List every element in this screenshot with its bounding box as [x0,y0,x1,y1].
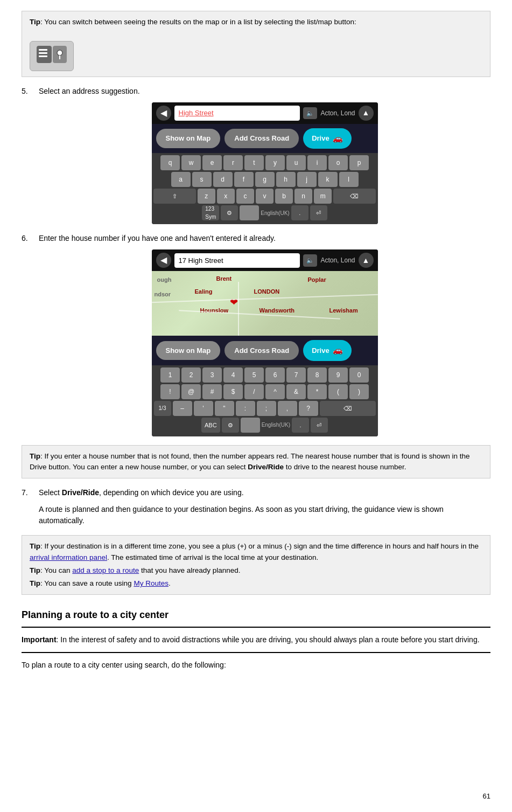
key-quote[interactable]: " [215,401,234,416]
key-x[interactable]: x [217,189,235,204]
key-m[interactable]: m [314,189,332,204]
key-p[interactable]: p [349,155,369,170]
key-w[interactable]: w [181,155,201,170]
section-divider-2 [22,652,490,653]
key-at[interactable]: @ [181,384,201,399]
key-f[interactable]: f [234,172,254,187]
key-l[interactable]: l [339,172,359,187]
key-settings-1[interactable]: ⚙ [221,205,238,220]
show-on-map-button-2[interactable]: Show on Map [156,341,221,360]
key-z[interactable]: z [198,189,215,204]
key-o[interactable]: o [328,155,348,170]
key-question[interactable]: ? [299,401,318,416]
key-i[interactable]: i [307,155,327,170]
step-6-number: 6. [22,233,39,244]
key-9[interactable]: 9 [328,367,348,383]
key-space-1[interactable] [240,205,259,220]
key-13[interactable]: 1/3 [154,401,171,416]
section-planning: Planning a route to a city center Import… [22,608,490,671]
key-6[interactable]: 6 [265,367,285,383]
key-dash[interactable]: – [173,401,192,416]
key-abc[interactable]: ABC [201,418,220,433]
screenshot-2: ◀ 17 High Street 🔈 Acton, Lond ▲ ough nd… [152,249,378,436]
key-backspace-2[interactable]: ⌫ [320,401,376,416]
drive-button-1[interactable]: Drive 🚗 [303,128,352,149]
key-space-2[interactable] [241,418,260,433]
keyboard-row-3: ⇧ z x c v b n m ⌫ [154,189,376,204]
step-7-row: 7. Select Drive/Ride, depending on which… [22,487,490,498]
add-cross-road-button-1[interactable]: Add Cross Road [225,129,299,148]
key-3[interactable]: 3 [202,367,222,383]
key-enter-2[interactable]: ⏎ [311,418,328,433]
step-7-body: A route is planned and then guidance to … [39,504,490,526]
key-dot-2[interactable]: . [292,418,309,433]
back-button-1[interactable]: ◀ [156,106,171,121]
map-background: ough ndsor Brent Ealing ❤ LONDON Poplar … [152,271,378,336]
key-7[interactable]: 7 [286,367,306,383]
key-1[interactable]: 1 [160,367,180,383]
key-backspace-1[interactable]: ⌫ [333,189,375,204]
key-shift[interactable]: ⇧ [153,189,195,204]
key-123sym[interactable]: 123Sym [202,205,219,220]
drive-button-2[interactable]: Drive 🚗 [303,340,352,361]
location-icon-1[interactable]: ▲ [359,106,374,121]
key-e[interactable]: e [202,155,222,170]
key-g[interactable]: g [255,172,275,187]
key-apos[interactable]: ' [194,401,213,416]
tip-label-2: Tip: If you enter a house number that is… [30,452,470,471]
key-amp[interactable]: & [286,384,306,399]
key-c[interactable]: c [236,189,254,204]
svg-rect-0 [37,46,52,63]
key-lparen[interactable]: ( [328,384,348,399]
key-excl[interactable]: ! [160,384,180,399]
key-0[interactable]: 0 [349,367,369,383]
search-bar-1[interactable]: High Street [174,106,300,121]
back-button-2[interactable]: ◀ [156,253,171,268]
key-enter-1[interactable]: ⏎ [310,205,327,220]
key-dollar[interactable]: $ [223,384,243,399]
key-rparen[interactable]: ) [349,384,369,399]
key-colon[interactable]: : [236,401,255,416]
my-routes-link[interactable]: My Routes [134,579,169,587]
speaker-icon-1[interactable]: 🔈 [303,107,317,120]
key-star[interactable]: * [307,384,327,399]
key-dot-1[interactable]: . [291,205,308,220]
key-r[interactable]: r [223,155,243,170]
arrival-info-panel-link[interactable]: arrival information panel [30,553,107,561]
key-y[interactable]: y [265,155,285,170]
key-t[interactable]: t [244,155,264,170]
important-para: Important: In the interest of safety and… [22,634,490,646]
key-comma[interactable]: , [278,401,297,416]
key-hash[interactable]: # [202,384,222,399]
key-b[interactable]: b [275,189,293,204]
key-5[interactable]: 5 [244,367,264,383]
key-k[interactable]: k [318,172,338,187]
key-4[interactable]: 4 [223,367,243,383]
key-q[interactable]: q [160,155,180,170]
key-h[interactable]: h [276,172,296,187]
key-n[interactable]: n [294,189,312,204]
key-semi[interactable]: ; [257,401,276,416]
key-settings-2[interactable]: ⚙ [222,418,239,433]
page-number: 61 [483,791,490,802]
location-icon-2[interactable]: ▲ [359,253,374,268]
num-keyboard-row-4: ABC ⚙ English(UK) . ⏎ [154,418,376,433]
search-bar-2[interactable]: 17 High Street [174,253,300,268]
key-slash[interactable]: / [244,384,264,399]
keyboard-lang-1: English(UK) [261,205,289,220]
add-stop-link[interactable]: add a stop to a route [72,566,139,574]
list-map-toggle-icon [36,45,68,64]
key-j[interactable]: j [297,172,317,187]
speaker-icon-2[interactable]: 🔈 [303,254,317,267]
add-cross-road-button-2[interactable]: Add Cross Road [225,341,299,360]
key-s[interactable]: s [192,172,212,187]
key-d[interactable]: d [213,172,233,187]
key-2[interactable]: 2 [181,367,201,383]
key-caret[interactable]: ^ [265,384,285,399]
show-on-map-button-1[interactable]: Show on Map [156,129,221,148]
key-8[interactable]: 8 [307,367,327,383]
section-body: To plan a route to a city center using s… [22,660,490,671]
key-a[interactable]: a [171,172,191,187]
key-v[interactable]: v [256,189,273,204]
key-u[interactable]: u [286,155,306,170]
